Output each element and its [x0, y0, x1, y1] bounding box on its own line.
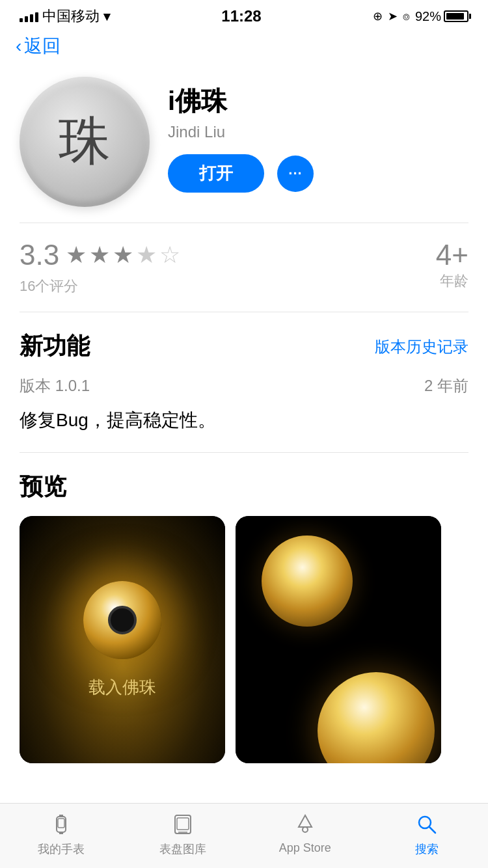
bead-large	[318, 672, 435, 763]
star-3: ★	[113, 241, 133, 269]
back-chevron-icon: ‹	[16, 36, 21, 57]
rating-count: 16个评分	[20, 277, 180, 296]
stars: ★ ★ ★ ★ ☆	[66, 241, 180, 269]
preview-image-2	[236, 516, 441, 763]
rating-section: 3.3 ★ ★ ★ ★ ☆ 16个评分 4+ 年龄	[0, 223, 488, 312]
star-5: ☆	[159, 241, 180, 269]
tab-icon-search	[413, 810, 441, 839]
back-label: 返回	[24, 34, 61, 59]
app-actions: 打开 ···	[168, 154, 468, 193]
tab-item-my-watch[interactable]: 我的手表	[0, 810, 122, 857]
battery-container: 92%	[415, 9, 468, 24]
tab-label-my-watch: 我的手表	[38, 841, 85, 857]
age-label: 年龄	[436, 271, 468, 291]
app-header: 珠 i佛珠 Jindi Liu 打开 ···	[0, 66, 488, 223]
signal-bars	[20, 10, 38, 22]
rating-left: 3.3 ★ ★ ★ ★ ☆ 16个评分	[20, 239, 180, 296]
carrier-name: 中国移动	[42, 7, 100, 26]
app-icon-char: 珠	[59, 107, 111, 177]
tab-item-app-store[interactable]: App Store	[244, 810, 366, 855]
more-button[interactable]: ···	[277, 156, 314, 192]
version-history-link[interactable]: 版本历史记录	[375, 336, 468, 357]
tab-label-search: 搜索	[415, 841, 439, 857]
signal-bar-4	[35, 12, 38, 22]
status-right: ⊕ ➤ ⌾ 92%	[373, 9, 468, 24]
tab-icon-watch-faces	[169, 810, 197, 839]
svg-rect-5	[177, 818, 189, 830]
signal-bar-1	[20, 18, 23, 22]
whats-new-title: 新功能	[20, 331, 90, 362]
location-icon: ⊕	[373, 9, 383, 23]
back-button[interactable]: ‹ 返回	[16, 34, 472, 59]
tab-icon-app-store	[291, 810, 319, 839]
tab-bar: 我的手表 表盘图库 App Store 搜索	[0, 803, 488, 868]
version-text: 版本 1.0.1	[20, 375, 90, 396]
status-left: 中国移动 ▾	[20, 7, 110, 26]
navigation-icon: ➤	[388, 9, 398, 23]
preview-item-1[interactable]: 载入佛珠	[20, 516, 225, 763]
tab-item-watch-faces[interactable]: 表盘图库	[122, 810, 245, 857]
signal-bar-3	[30, 14, 33, 22]
battery-percent: 92%	[415, 9, 441, 24]
rating-row: 3.3 ★ ★ ★ ★ ☆	[20, 239, 180, 271]
update-notes: 修复Bug，提高稳定性。	[20, 407, 468, 452]
status-time: 11:28	[221, 7, 261, 25]
app-info: i佛珠 Jindi Liu 打开 ···	[168, 77, 468, 193]
bead-small	[262, 536, 353, 627]
tab-icon-my-watch	[47, 810, 75, 839]
signal-bar-2	[25, 16, 28, 22]
tab-label-watch-faces: 表盘图库	[159, 841, 206, 857]
app-name: i佛珠	[168, 83, 468, 119]
preview-image-1: 载入佛珠	[20, 516, 225, 763]
app-developer: Jindi Liu	[168, 123, 468, 141]
battery-fill	[446, 13, 464, 20]
bead-glow	[83, 581, 161, 659]
bead-label: 载入佛珠	[88, 676, 156, 699]
version-row: 版本 1.0.1 2 年前	[20, 375, 468, 396]
app-icon-container: 珠	[20, 77, 150, 207]
app-icon: 珠	[20, 77, 150, 207]
rating-right: 4+ 年龄	[436, 239, 468, 291]
tab-item-search[interactable]: 搜索	[366, 810, 489, 857]
age-number: 4+	[436, 239, 468, 271]
preview-section: 预览 载入佛珠	[0, 453, 488, 763]
tab-label-app-store: App Store	[279, 841, 331, 855]
open-button[interactable]: 打开	[168, 154, 264, 193]
wifi-icon: ▾	[103, 8, 110, 24]
preview-title: 预览	[0, 471, 488, 503]
section-header: 新功能 版本历史记录	[20, 331, 468, 362]
whats-new-section: 新功能 版本历史记录 版本 1.0.1 2 年前 修复Bug，提高稳定性。	[0, 312, 488, 452]
version-date: 2 年前	[424, 375, 468, 396]
preview-scroll[interactable]: 载入佛珠	[0, 516, 488, 763]
star-4: ★	[136, 241, 157, 269]
bead-hole	[108, 606, 137, 634]
status-bar: 中国移动 ▾ 11:28 ⊕ ➤ ⌾ 92%	[0, 0, 488, 29]
svg-point-7	[303, 827, 308, 832]
preview-item-2[interactable]	[236, 516, 441, 763]
star-2: ★	[89, 241, 110, 269]
nav-bar: ‹ 返回	[0, 29, 488, 66]
bluetooth-icon: ⌾	[403, 10, 410, 23]
star-1: ★	[66, 241, 87, 269]
battery-icon	[444, 10, 468, 22]
svg-rect-1	[58, 819, 64, 828]
rating-score: 3.3	[20, 239, 59, 271]
svg-line-9	[429, 827, 435, 833]
